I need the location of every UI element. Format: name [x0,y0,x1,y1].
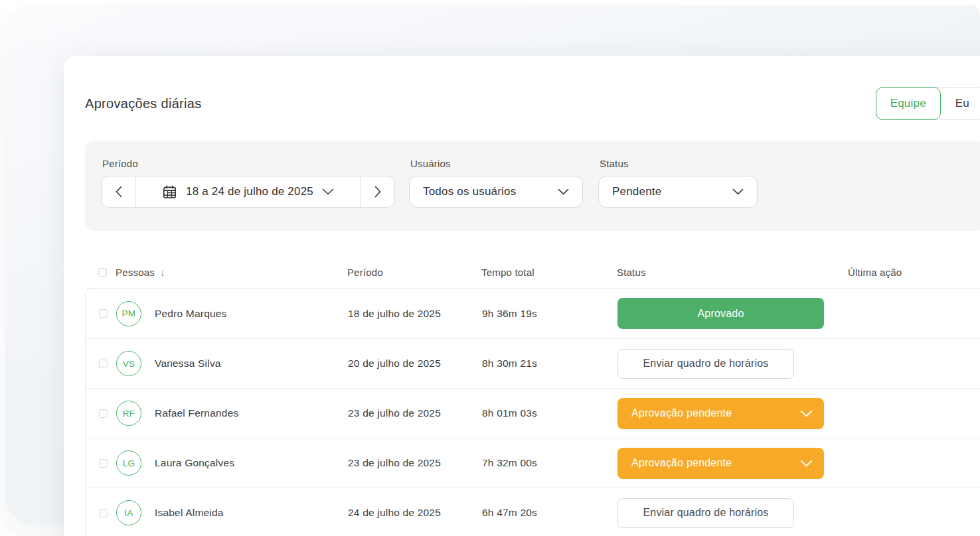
status-label: Status [600,158,758,169]
chevron-down-icon [558,188,569,195]
select-all-checkbox[interactable] [98,268,107,277]
row-period: 23 de julho de 2025 [348,407,482,419]
person-cell: VS Vanessa Silva [116,351,348,376]
filter-bar: Período [85,141,980,231]
status-cell: Enviar quadro de horários [617,349,824,379]
period-control: 18 a 24 de julho de 2025 [101,176,395,208]
users-filter-group: Usuários Todos os usuários [409,158,598,215]
status-button-label: Aprovado [697,308,744,320]
chevron-down-icon [800,460,813,467]
column-header-last-action: Última ação [823,267,980,278]
person-cell: PM Pedro Marques [116,301,348,326]
status-cell: Aprovação pendente [617,448,824,479]
table-row: VS Vanessa Silva 20 de julho de 2025 8h … [86,338,980,388]
row-period: 24 de julho de 2025 [348,507,482,519]
row-period: 20 de julho de 2025 [348,358,482,369]
row-checkbox[interactable] [99,409,108,418]
person-name: Rafael Fernandes [155,407,238,419]
status-cell: Aprovado [617,298,824,329]
status-value: Pendente [612,185,661,198]
person-cell: RF Rafael Fernandes [116,401,348,426]
status-button-label: Enviar quadro de horários [643,358,768,369]
next-period-button[interactable] [360,176,394,207]
column-header-total-time: Tempo total [481,267,617,278]
period-dropdown[interactable]: 18 a 24 de julho de 2025 [136,176,360,207]
row-checkbox[interactable] [99,360,108,368]
users-label: Usuários [410,158,598,169]
users-dropdown[interactable]: Todos os usuários [409,176,583,208]
column-header-period: Período [347,267,481,278]
avatar-initials: VS [123,359,135,369]
row-total-time: 8h 30m 21s [482,358,617,369]
table-row: RF Rafael Fernandes 23 de julho de 2025 … [86,388,980,438]
row-checkbox[interactable] [99,509,108,517]
table-body: PM Pedro Marques 18 de julho de 2025 9h … [85,288,980,536]
people-header-label: Pessoas [116,267,155,278]
sort-descending-icon: ↓ [160,267,165,278]
card-header: Aprovações diárias Equipe Eu [85,86,980,121]
avatar-initials: RF [123,409,135,419]
status-filter-group: Status Pendente [598,158,758,215]
chevron-down-icon [322,188,334,195]
status-dropdown[interactable]: Pendente [598,176,758,208]
avatar: IA [116,500,141,525]
table-row: IA Isabel Almeida 24 de julho de 2025 6h… [86,488,980,536]
column-header-status: Status [617,267,823,278]
status-button[interactable]: Aprovação pendente [617,398,824,429]
status-cell: Aprovação pendente [617,398,824,429]
person-cell: IA Isabel Almeida [116,500,348,525]
table-row: LG Laura Gonçalves 23 de julho de 2025 7… [86,438,980,488]
chevron-down-icon [732,188,744,195]
row-total-time: 8h 01m 03s [482,407,617,419]
row-total-time: 9h 36m 19s [482,308,617,320]
row-total-time: 7h 32m 00s [482,457,617,469]
row-checkbox[interactable] [99,309,108,318]
approvals-card: Aprovações diárias Equipe Eu Período [64,56,980,536]
scope-toggle: Equipe Eu [876,87,980,120]
column-header-people[interactable]: Pessoas ↓ [116,267,347,278]
status-button[interactable]: Enviar quadro de horários [617,349,794,379]
table-header: Pessoas ↓ Período Tempo total Status Últ… [85,259,980,285]
status-cell: Enviar quadro de horários [617,498,824,528]
avatar-initials: LG [123,458,135,468]
period-label: Período [102,158,409,169]
chevron-right-icon [374,186,381,198]
status-button[interactable]: Aprovado [617,298,824,329]
person-name: Isabel Almeida [155,507,224,519]
status-button-label: Aprovação pendente [631,407,732,419]
chevron-down-icon [800,410,813,417]
row-period: 18 de julho de 2025 [348,308,482,320]
row-total-time: 6h 47m 20s [482,507,617,519]
period-value: 18 a 24 de julho de 2025 [186,185,313,198]
avatar: VS [116,351,141,376]
avatar: RF [116,401,141,426]
table-row: PM Pedro Marques 18 de julho de 2025 9h … [86,289,980,338]
person-cell: LG Laura Gonçalves [116,450,348,476]
avatar: PM [116,301,141,326]
row-period: 23 de julho de 2025 [348,457,482,469]
toggle-me-button[interactable]: Eu [941,88,980,119]
avatar: LG [116,450,141,476]
previous-period-button[interactable] [102,176,136,207]
status-button-label: Aprovação pendente [631,457,732,469]
person-name: Pedro Marques [155,308,227,320]
person-name: Laura Gonçalves [155,457,234,469]
status-button[interactable]: Enviar quadro de horários [617,498,794,528]
avatar-initials: PM [122,308,136,318]
calendar-icon [162,184,177,200]
status-button-label: Enviar quadro de horários [643,507,768,519]
avatar-initials: IA [124,508,133,518]
period-filter-group: Período [101,158,409,215]
status-button[interactable]: Aprovação pendente [617,448,824,479]
page-title: Aprovações diárias [85,96,202,111]
chevron-left-icon [116,186,122,198]
users-value: Todos os usuários [423,185,516,198]
row-checkbox[interactable] [99,459,108,468]
toggle-team-button[interactable]: Equipe [876,87,941,120]
person-name: Vanessa Silva [155,358,221,369]
